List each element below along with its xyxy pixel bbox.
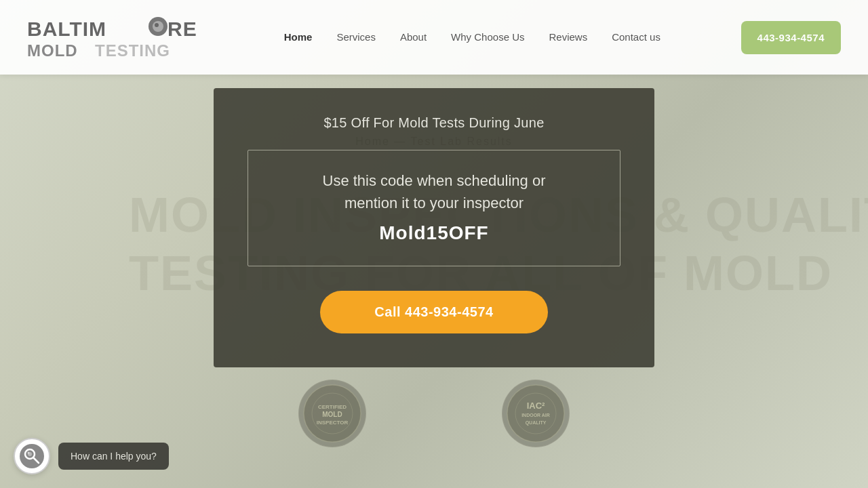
svg-text:MOLD: MOLD bbox=[27, 41, 78, 60]
promo-instruction: Use this code when scheduling ormention … bbox=[273, 169, 595, 214]
promo-modal: $15 Off For Mold Tests During June Use t… bbox=[214, 88, 654, 367]
nav-item-home[interactable]: Home bbox=[284, 31, 313, 43]
svg-text:RE: RE bbox=[167, 18, 197, 40]
chat-icon-button[interactable] bbox=[14, 438, 50, 474]
nav-item-contact[interactable]: Contact us bbox=[612, 31, 660, 43]
nav-links: Home Services About Why Choose Us Review… bbox=[284, 31, 660, 43]
modal-call-button[interactable]: Call 443-934-4574 bbox=[320, 291, 547, 333]
promo-code: Mold15OFF bbox=[273, 222, 595, 244]
modal-overlay: $15 Off For Mold Tests During June Use t… bbox=[0, 75, 868, 488]
navbar: BALTIM RE MOLD TESTING Home Services Abo… bbox=[0, 0, 868, 75]
svg-point-3 bbox=[155, 23, 159, 27]
chat-widget: How can I help you? bbox=[14, 438, 169, 474]
promo-headline: $15 Off For Mold Tests During June bbox=[248, 115, 620, 131]
site-logo[interactable]: BALTIM RE MOLD TESTING bbox=[27, 10, 203, 64]
promo-code-box: Use this code when scheduling ormention … bbox=[248, 150, 620, 266]
navbar-phone-button[interactable]: 443-934-4574 bbox=[741, 21, 841, 54]
chat-bubble: How can I help you? bbox=[58, 443, 169, 470]
nav-item-why-choose-us[interactable]: Why Choose Us bbox=[451, 31, 524, 43]
nav-item-services[interactable]: Services bbox=[336, 31, 376, 43]
svg-line-18 bbox=[34, 458, 39, 464]
nav-item-about[interactable]: About bbox=[400, 31, 427, 43]
svg-text:BALTIM: BALTIM bbox=[27, 18, 106, 40]
chat-search-icon bbox=[20, 444, 44, 468]
nav-item-reviews[interactable]: Reviews bbox=[549, 31, 587, 43]
svg-text:TESTING: TESTING bbox=[95, 41, 170, 60]
svg-point-20 bbox=[28, 452, 30, 454]
